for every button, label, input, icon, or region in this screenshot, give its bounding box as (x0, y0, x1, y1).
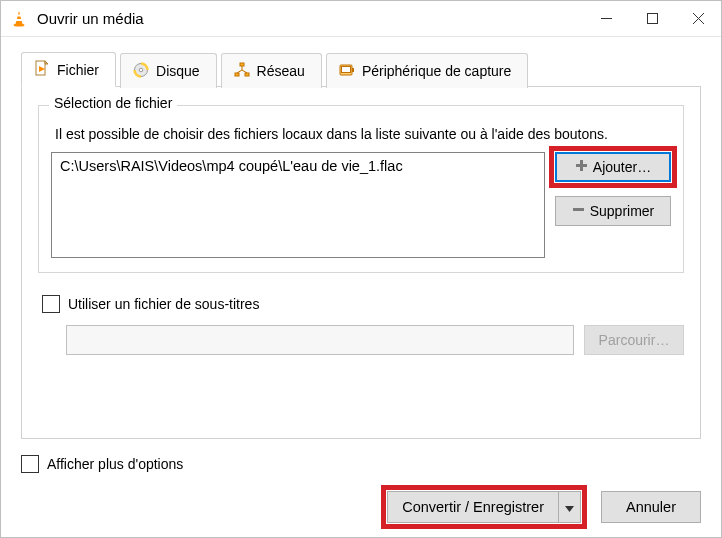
svg-marker-25 (565, 506, 574, 512)
maximize-button[interactable] (629, 1, 675, 37)
close-button[interactable] (675, 1, 721, 37)
subtitle-path-input (66, 325, 574, 355)
convert-save-button[interactable]: Convertir / Enregistrer (387, 491, 559, 523)
capture-icon (339, 62, 355, 81)
browse-subtitle-label: Parcourir… (599, 332, 670, 348)
svg-rect-21 (352, 68, 354, 72)
add-button[interactable]: Ajouter… (555, 152, 671, 182)
tab-disc-label: Disque (156, 63, 200, 79)
subtitle-checkbox-row: Utiliser un fichier de sous-titres (38, 295, 684, 313)
disc-icon (133, 62, 149, 81)
vlc-cone-icon (9, 9, 29, 29)
file-selection-group: Sélection de fichier Il est possible de … (38, 105, 684, 273)
tabpanel-file: Sélection de fichier Il est possible de … (21, 86, 701, 439)
convert-save-label: Convertir / Enregistrer (402, 499, 544, 515)
svg-point-12 (139, 68, 143, 72)
dialog-footer: Afficher plus d'options Convertir / Enre… (1, 447, 721, 537)
tab-disc[interactable]: Disque (120, 53, 217, 88)
tab-file[interactable]: Fichier (21, 52, 116, 87)
tab-network[interactable]: Réseau (221, 53, 322, 88)
svg-rect-15 (245, 73, 249, 76)
open-media-dialog: Ouvrir un média Fichier (0, 0, 722, 538)
svg-rect-14 (235, 73, 239, 76)
svg-point-3 (14, 23, 25, 26)
highlight-convert: Convertir / Enregistrer (387, 491, 581, 523)
show-more-checkbox[interactable] (21, 455, 39, 473)
window-title: Ouvrir un média (37, 10, 583, 27)
convert-save-split-button: Convertir / Enregistrer (387, 491, 581, 523)
svg-rect-2 (16, 19, 22, 21)
add-button-label: Ajouter… (593, 159, 651, 175)
tab-file-label: Fichier (57, 62, 99, 78)
subtitle-checkbox-label: Utiliser un fichier de sous-titres (68, 296, 259, 312)
highlight-add: Ajouter… (555, 152, 671, 182)
tabbar: Fichier Disque (21, 51, 701, 86)
tab-capture[interactable]: Périphérique de capture (326, 53, 528, 88)
titlebar: Ouvrir un média (1, 1, 721, 37)
chevron-down-icon (565, 499, 574, 515)
browse-subtitle-button: Parcourir… (584, 325, 684, 355)
cancel-button-label: Annuler (626, 499, 676, 515)
minimize-button[interactable] (583, 1, 629, 37)
file-list[interactable]: C:\Users\RAIS\Videos\mp4 coupé\L'eau de … (51, 152, 545, 258)
convert-save-dropdown[interactable] (559, 491, 581, 523)
svg-rect-1 (17, 14, 22, 16)
file-selection-help: Il est possible de choisir des fichiers … (55, 126, 671, 142)
tab-capture-label: Périphérique de capture (362, 63, 511, 79)
file-list-item[interactable]: C:\Users\RAIS\Videos\mp4 coupé\L'eau de … (60, 158, 536, 174)
minus-icon (572, 203, 585, 219)
svg-marker-9 (45, 61, 48, 64)
file-selection-legend: Sélection de fichier (49, 95, 177, 111)
cancel-button[interactable]: Annuler (601, 491, 701, 523)
network-icon (234, 62, 250, 81)
show-more-label: Afficher plus d'options (47, 456, 183, 472)
svg-rect-5 (647, 14, 657, 24)
svg-rect-24 (573, 208, 584, 211)
tab-network-label: Réseau (257, 63, 305, 79)
svg-marker-0 (16, 11, 23, 24)
subtitle-checkbox[interactable] (42, 295, 60, 313)
remove-button[interactable]: Supprimer (555, 196, 671, 226)
plus-icon (575, 159, 588, 175)
dialog-content: Fichier Disque (1, 37, 721, 447)
remove-button-label: Supprimer (590, 203, 655, 219)
svg-rect-13 (240, 63, 244, 66)
svg-rect-20 (341, 66, 350, 72)
svg-rect-23 (576, 164, 587, 167)
file-icon (34, 60, 50, 79)
